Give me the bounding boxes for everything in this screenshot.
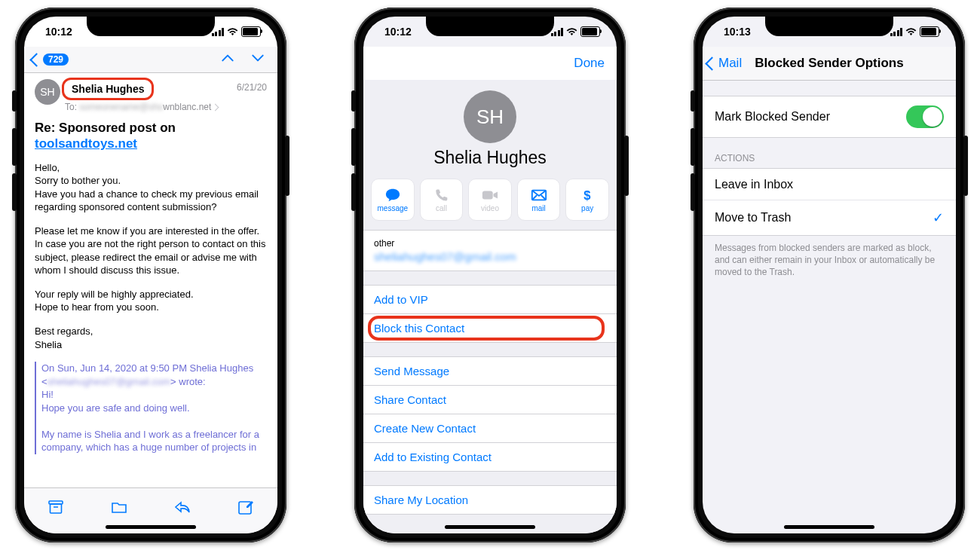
phone-icon	[433, 188, 449, 203]
status-time: 10:13	[724, 26, 751, 38]
next-message-button[interactable]	[250, 50, 265, 69]
contact-actions-row: message call video mail $ pay	[363, 179, 617, 230]
phone-frame-settings: 10:13 Mail Blocked Sender Options Mark B…	[694, 8, 965, 542]
create-new-contact-row[interactable]: Create New Contact	[363, 414, 617, 442]
status-time: 10:12	[45, 26, 72, 38]
done-button[interactable]: Done	[574, 56, 605, 71]
video-icon	[482, 188, 498, 203]
notch	[87, 17, 215, 36]
screen-settings: 10:13 Mail Blocked Sender Options Mark B…	[703, 17, 956, 533]
message-header: SH Shelia Hughes 6/21/20 To: someonename…	[24, 73, 277, 117]
notch	[765, 17, 893, 36]
mark-blocked-switch[interactable]	[906, 105, 944, 128]
svg-text:$: $	[584, 188, 592, 202]
phone-frame-contact: 10:12 Done SH Shelia Hughes message c	[354, 8, 626, 542]
settings-footer-note: Messages from blocked senders are marked…	[703, 236, 956, 279]
move-to-trash-row[interactable]: Move to Trash ✓	[703, 200, 956, 235]
svg-rect-1	[51, 504, 62, 513]
battery-icon	[580, 26, 600, 37]
screen-mail: 10:12 729 SH Shelia Hughes	[24, 17, 277, 533]
compose-button[interactable]	[237, 498, 255, 516]
share-contact-row[interactable]: Share Contact	[363, 385, 617, 414]
chevron-right-icon	[212, 104, 219, 112]
add-to-vip-row[interactable]: Add to VIP	[363, 286, 617, 313]
battery-icon	[920, 26, 939, 37]
mail-icon	[531, 188, 547, 203]
block-this-contact-row[interactable]: Block this Contact	[363, 313, 617, 342]
wifi-icon	[227, 28, 238, 36]
actions-section-header: ACTIONS	[703, 138, 956, 168]
battery-icon	[241, 26, 261, 37]
mark-blocked-sender-row[interactable]: Mark Blocked Sender	[703, 96, 956, 138]
phone-frame-mail: 10:12 729 SH Shelia Hughes	[15, 8, 286, 542]
back-button[interactable]: Mail	[703, 56, 742, 71]
leave-in-inbox-row[interactable]: Leave in Inbox	[703, 169, 956, 200]
home-indicator[interactable]	[445, 525, 535, 529]
archive-button[interactable]	[47, 498, 65, 516]
message-icon	[384, 188, 401, 203]
message-date: 6/21/20	[237, 82, 267, 93]
mail-nav-bar: 729	[24, 47, 277, 73]
call-button: call	[420, 179, 464, 221]
subject-link[interactable]: toolsandtoys.net	[35, 136, 137, 151]
back-button[interactable]: 729	[32, 53, 69, 66]
mail-button[interactable]: mail	[517, 179, 561, 221]
message-subject: Re: Sponsored post on toolsandtoys.net	[24, 117, 277, 154]
quoted-reply: On Sun, Jun 14, 2020 at 9:50 PM Shelia H…	[35, 362, 267, 454]
sender-name-highlight[interactable]: Shelia Hughes	[62, 78, 154, 100]
settings-nav-bar: Mail Blocked Sender Options	[703, 47, 956, 81]
contact-avatar: SH	[464, 90, 516, 143]
dollar-icon: $	[579, 188, 596, 203]
contact-email-value: sheliahughes07@gmail.com	[374, 250, 516, 263]
screen-contact: 10:12 Done SH Shelia Hughes message c	[363, 17, 617, 533]
to-line[interactable]: To: someonename@shownblanc.net	[65, 102, 267, 112]
inbox-count-badge: 729	[43, 53, 69, 66]
wifi-icon	[566, 28, 577, 36]
prev-message-button[interactable]	[220, 50, 235, 69]
pay-button[interactable]: $ pay	[565, 179, 609, 221]
contact-other-email[interactable]: other sheliahughes07@gmail.com	[363, 231, 617, 270]
home-indicator[interactable]	[784, 525, 874, 529]
svg-rect-3	[482, 191, 493, 199]
message-body: Hello, Sorry to bother you. Have you had…	[24, 154, 277, 454]
message-button[interactable]: message	[371, 179, 415, 221]
chevron-left-icon	[705, 57, 718, 70]
contact-name: Shelia Hughes	[363, 148, 617, 179]
wifi-icon	[905, 28, 917, 36]
notch	[426, 17, 554, 36]
sender-name: Shelia Hughes	[72, 83, 144, 95]
share-my-location-row[interactable]: Share My Location	[363, 486, 617, 514]
add-to-existing-contact-row[interactable]: Add to Existing Contact	[363, 442, 617, 471]
checkmark-icon: ✓	[933, 209, 944, 226]
status-time: 10:12	[384, 26, 412, 38]
sheet-header: Done	[363, 47, 617, 80]
folder-button[interactable]	[110, 498, 128, 516]
chevron-left-icon	[29, 53, 43, 66]
home-indicator[interactable]	[106, 525, 196, 529]
sender-avatar[interactable]: SH	[35, 79, 60, 105]
video-button: video	[468, 179, 512, 221]
reply-button[interactable]	[173, 498, 191, 516]
send-message-row[interactable]: Send Message	[363, 357, 617, 385]
